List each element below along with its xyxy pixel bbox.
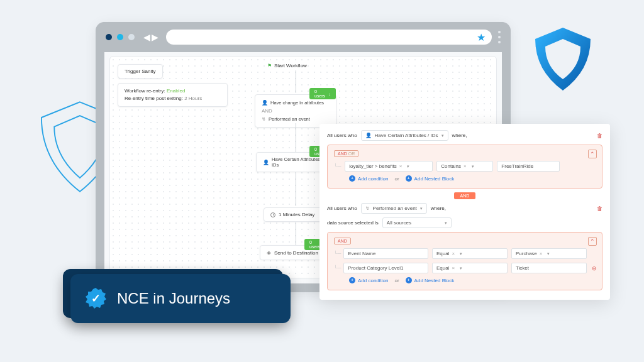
person-icon: 👤 [262,100,268,106]
tree-branch-icon: └─ [334,251,341,256]
flag-icon: ⚑ [267,63,272,69]
chevron-down-icon: ▾ [472,164,474,169]
add-nested-link[interactable]: +Add Nested Block [406,277,455,283]
star-icon[interactable]: ★ [477,31,486,43]
operator-field[interactable]: Contains×▾ [436,161,493,172]
all-users-label: All users who [327,133,357,138]
product-cat-field[interactable]: Product Category Level1 [343,263,428,273]
chevron-down-icon: ▾ [420,206,423,211]
block-divider: AND [327,192,602,199]
traffic-dot-1 [106,34,112,40]
plus-icon: + [349,277,355,283]
logic-chip-andor[interactable]: AND OR [334,150,358,157]
value-field[interactable]: FreeTrainRide [497,161,560,172]
person-icon: 👤 [263,160,269,165]
delete-rule-icon[interactable]: 🗑 [597,206,602,212]
chevron-down-icon: ▾ [445,221,447,226]
dropdown-value: Performed an event [373,206,417,211]
back-icon[interactable]: ◀ [143,32,150,42]
chevron-down-icon: ▾ [407,164,409,169]
shield-gradient-icon [528,25,597,94]
node-destination[interactable]: 0 users ↓ ◈ Send to Destination [260,245,329,260]
source-label: data source selected is [327,220,379,226]
tree-branch-icon: └─ [334,163,341,169]
reentry-card: Workflow re-entry: Enabled Re-entry time… [118,83,228,107]
verified-badge-icon: ✓ [84,287,107,310]
node-delay[interactable]: 1 Minutes Delay [264,207,326,222]
delay-label: 1 Minutes Delay [279,212,314,217]
start-workflow: ⚑ Start Workflow [267,63,307,69]
dropdown-value: Have Certain Attributes / IDs [375,133,438,138]
tree-branch-icon: └─ [334,265,341,271]
collapse-icon[interactable]: ⌃ [588,237,597,246]
cursor-icon: ↯ [365,206,370,211]
condition-block-1: AND OR ⌃ └─ loyalty_tier > benefits×▾ Co… [327,145,602,189]
add-nested-link[interactable]: +Add Nested Block [406,175,455,182]
title-text: NCE in Journeys [117,290,230,307]
reentry-time-label: Re-entry time post exiting: [125,96,183,101]
traffic-dot-3 [128,34,135,40]
clear-icon[interactable]: × [540,251,543,256]
reentry-time-value: 2 Hours [184,96,202,101]
node1-logic: AND [262,108,330,114]
trigger-card[interactable]: Trigger Sanity [118,64,163,79]
logic-chip-and[interactable]: AND [334,238,351,244]
attribute-field[interactable]: loyalty_tier > benefits×▾ [345,161,433,172]
rules-panel: All users who 👤 Have Certain Attributes … [319,124,610,300]
clear-icon[interactable]: × [399,163,402,169]
chevron-down-icon: ▾ [547,251,550,256]
forward-icon[interactable]: ▶ [152,32,158,42]
clock-icon [270,212,275,217]
value-field[interactable]: Ticket [511,263,587,273]
data-source-row: data source selected is All sources ▾ [327,217,602,228]
traffic-dot-2 [117,34,123,40]
collapse-icon[interactable]: ⌃ [588,150,597,158]
title-card: ✓ NCE in Journeys [70,274,291,323]
reentry-label: Workflow re-entry: [125,88,165,94]
delete-rule-icon[interactable]: 🗑 [597,133,602,139]
condition-type-dropdown-2[interactable]: ↯ Performed an event ▾ [361,203,427,214]
divider-and-chip[interactable]: AND [454,192,476,199]
operator-field[interactable]: Equal×▾ [432,263,508,273]
users-row-1: All users who 👤 Have Certain Attributes … [327,130,602,141]
add-condition-link[interactable]: +Add condition [349,277,388,283]
source-dropdown[interactable]: All sources ▾ [382,217,452,228]
check-icon: ✓ [91,292,101,305]
remove-row-icon[interactable]: ⊖ [591,265,598,272]
where-label: where, [452,133,467,138]
or-label: or [394,176,399,182]
where-label: where, [431,206,446,211]
more-icon[interactable] [498,31,501,43]
node1-line1: Have change in attributes [270,100,324,106]
operator-field[interactable]: Equal×▾ [432,248,508,259]
chevron-down-icon: ▾ [460,266,462,271]
clear-icon[interactable]: × [452,265,455,271]
start-workflow-label: Start Workflow [274,63,307,69]
condition-type-dropdown[interactable]: 👤 Have Certain Attributes / IDs ▾ [361,130,448,141]
cursor-icon: ↯ [262,116,266,122]
connector-line [296,173,296,206]
destination-label: Send to Destination [274,250,318,256]
reentry-value: Enabled [167,88,185,94]
url-bar[interactable]: ★ [166,30,492,45]
condition-block-2: AND ⌃ └─Event Name Equal×▾ Purchase×▾ └─… [327,232,602,290]
or-label: or [394,278,399,283]
chevron-down-icon: ▾ [441,133,444,138]
add-condition-link[interactable]: +Add condition [349,175,388,182]
value-field[interactable]: Purchase×▾ [511,248,587,259]
connector-line [296,123,296,152]
browser-toolbar: ◀ ▶ ★ [96,22,511,52]
plus-icon: + [406,175,412,182]
users-pill-1: 0 users ↓ [309,88,336,99]
clear-icon[interactable]: × [464,163,467,169]
users-row-2: All users who ↯ Performed an event ▾ whe… [327,203,602,214]
traffic-lights [106,34,135,40]
send-icon: ◈ [267,250,271,256]
plus-icon: + [349,175,355,182]
nav-arrows[interactable]: ◀ ▶ [143,32,158,42]
event-name-field[interactable]: Event Name [343,248,428,259]
node1-line2: Performed an event [269,116,310,122]
clear-icon[interactable]: × [452,251,455,256]
connector-line [296,70,296,93]
person-icon: 👤 [365,133,372,138]
